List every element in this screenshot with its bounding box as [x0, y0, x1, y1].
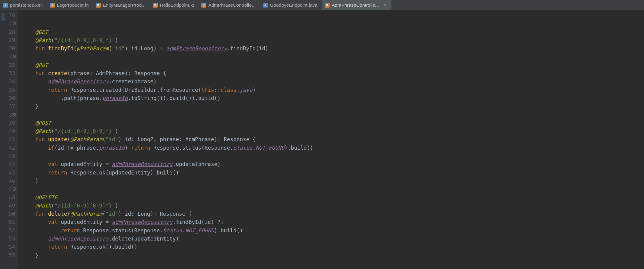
fold-icon[interactable]: −: [13, 188, 16, 191]
line-number: 43: [0, 152, 15, 160]
code-line: @Path("/{id:[0-9][0-9]*}"): [22, 128, 118, 134]
code-line: @POST: [22, 120, 51, 126]
code-line: @Path("/{id:[0-9][0-9]*}"): [22, 37, 118, 43]
code-line: admPhraseRepository.delete(updatedEntity…: [22, 236, 179, 242]
kotlin-file-icon: K: [50, 3, 55, 8]
line-number: 34: [0, 78, 15, 86]
code-line: [22, 21, 26, 27]
line-number: 42: [0, 144, 15, 152]
code-line: fun findById(@PathParam("id") id:Long) =…: [22, 45, 268, 51]
code-line: return Response.status(Response.Status.N…: [22, 227, 243, 234]
line-number: 30: [0, 45, 15, 53]
code-line: val updatedEntity = admPhraseRepository.…: [22, 161, 220, 167]
line-number: 26: [0, 12, 15, 20]
code-line: admPhraseRepository.create(phrase): [22, 78, 157, 85]
line-number: 39: [0, 119, 15, 127]
line-number: 50: [0, 210, 15, 218]
line-number: 32: [0, 61, 15, 69]
fold-icon[interactable]: −: [13, 22, 16, 25]
close-icon[interactable]: ✕: [384, 3, 387, 8]
xml-file-icon: x: [3, 3, 8, 8]
tab-label: EnityManagerProd...: [103, 2, 146, 8]
kotlin-file-icon: K: [325, 3, 330, 8]
code-line: fun create(phrase: AdmPhrase): Response …: [22, 70, 166, 76]
tab-goodbyeendpoint-java[interactable]: J GoodbyeEndpoint.java: [260, 0, 322, 10]
code-line: [22, 153, 26, 159]
line-number: 46: [0, 177, 15, 185]
code-line: @Path("/{id:[0-9][0-9]*}"): [22, 203, 118, 209]
line-number: 27−: [0, 20, 15, 28]
line-number-gutter: 26 27− 28 29 30 31− 32 33 34 35 36 37 38…: [0, 10, 18, 269]
tab-entitymanagerprod-kt[interactable]: K EnityManagerProd...: [93, 0, 150, 10]
fold-icon[interactable]: −: [13, 55, 16, 58]
kotlin-file-icon: K: [96, 3, 101, 8]
line-number: 44: [0, 160, 15, 168]
fold-icon[interactable]: −: [13, 113, 16, 116]
code-line: val updatedEntity = admPhraseRepository.…: [22, 219, 224, 225]
line-number: 36: [0, 94, 15, 102]
code-line: return Response.created(UriBuilder.fromR…: [22, 87, 256, 93]
line-number: 48: [0, 194, 15, 202]
code-content[interactable]: @GET @Path("/{id:[0-9][0-9]*}") fun find…: [18, 10, 313, 269]
code-line: [22, 186, 26, 192]
tab-label: HelloEndpoint.kt: [160, 2, 194, 8]
code-line: fun delete(@PathParam("id") id: Long): R…: [22, 211, 192, 217]
kotlin-file-icon: K: [153, 3, 158, 8]
code-line: }: [22, 252, 39, 258]
tab-label: GoodbyeEndpoint.java: [270, 2, 317, 8]
code-line: if(id != phrase.phraseId) return Respons…: [22, 145, 313, 151]
line-number: 54: [0, 243, 15, 251]
code-line: return Response.ok(updatedEntity).build(…: [22, 170, 179, 176]
line-number: 37: [0, 102, 15, 111]
code-line: @GET: [22, 29, 48, 35]
line-number: 55: [0, 251, 15, 260]
code-line: .path(phrase.phraseId.toString()).build(…: [22, 95, 220, 101]
editor-tab-bar: x persistence.xml K LogProducer.kt K Eni…: [0, 0, 644, 10]
line-number: 41: [0, 135, 15, 144]
tab-label: LogProducer.kt: [57, 2, 89, 8]
tab-admphrasecontroller-kt-2[interactable]: K AdmPhraseControlle... ✕: [322, 0, 391, 10]
code-line: [22, 54, 26, 60]
line-number: 53: [0, 235, 15, 243]
line-number: 45: [0, 169, 15, 177]
tab-label: persistence.xml: [10, 2, 43, 8]
kotlin-file-icon: K: [201, 3, 206, 8]
line-number: 33: [0, 69, 15, 78]
line-number: 35: [0, 86, 15, 94]
tab-logproducer-kt[interactable]: K LogProducer.kt: [47, 0, 93, 10]
code-editor[interactable]: 26 27− 28 29 30 31− 32 33 34 35 36 37 38…: [0, 10, 644, 269]
line-number: 49: [0, 202, 15, 210]
line-number: 40: [0, 127, 15, 135]
code-line: fun update(@PathParam("id") id: Long?, p…: [22, 136, 256, 142]
line-number: 38−: [0, 111, 15, 119]
code-line: [22, 112, 26, 118]
line-number: 28: [0, 28, 15, 36]
line-number: 31−: [0, 53, 15, 61]
tab-label: AdmPhraseControlle...: [332, 2, 379, 8]
line-number: 52: [0, 227, 15, 235]
code-line: @PUT: [22, 62, 48, 68]
line-number: 47−: [0, 185, 15, 193]
java-file-icon: J: [263, 3, 268, 8]
code-line: }: [22, 178, 39, 184]
code-line: @DELETE: [22, 194, 58, 201]
tab-helloendpoint-kt[interactable]: K HelloEndpoint.kt: [150, 0, 198, 10]
code-line: return Response.ok().build(): [22, 244, 137, 250]
code-line: }: [22, 103, 39, 109]
line-number: 29: [0, 36, 15, 45]
tab-admphrasecontroller-kt-1[interactable]: K AdmPhraseControlle...: [198, 0, 260, 10]
line-number: 51: [0, 218, 15, 226]
tab-persistence-xml[interactable]: x persistence.xml: [0, 0, 47, 10]
tab-label: AdmPhraseControlle...: [208, 2, 256, 8]
